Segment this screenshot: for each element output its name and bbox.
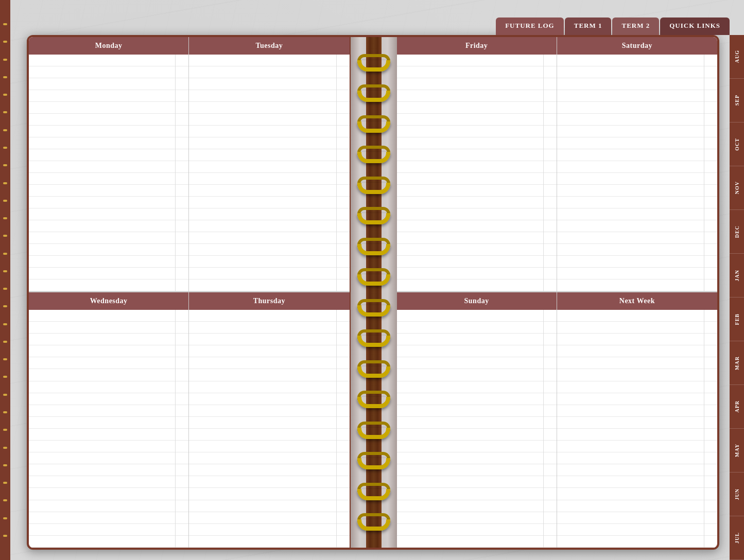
ruled-line[interactable] xyxy=(397,310,543,322)
ruled-line[interactable] xyxy=(189,393,336,405)
check-cell[interactable] xyxy=(176,369,188,381)
check-cell[interactable] xyxy=(337,452,350,464)
month-tab-feb[interactable]: FEB xyxy=(730,297,744,341)
check-cell[interactable] xyxy=(544,524,557,536)
check-cell[interactable] xyxy=(544,322,557,334)
check-cell[interactable] xyxy=(704,244,717,256)
ruled-line[interactable] xyxy=(189,279,336,291)
ruled-line[interactable] xyxy=(557,161,704,173)
check-cell[interactable] xyxy=(337,149,350,161)
check-cell[interactable] xyxy=(704,114,717,126)
ruled-line[interactable] xyxy=(397,405,543,417)
ruled-line[interactable] xyxy=(557,500,704,512)
ruled-line[interactable] xyxy=(29,417,175,429)
check-cell[interactable] xyxy=(176,66,188,78)
check-cell[interactable] xyxy=(337,66,350,78)
ruled-line[interactable] xyxy=(397,185,543,197)
check-cell[interactable] xyxy=(176,417,188,429)
check-cell[interactable] xyxy=(176,149,188,161)
month-tab-apr[interactable]: APR xyxy=(730,385,744,429)
month-tab-jun[interactable]: JUN xyxy=(730,472,744,516)
ruled-line[interactable] xyxy=(189,126,336,137)
check-cell[interactable] xyxy=(704,322,717,334)
ruled-line[interactable] xyxy=(397,488,543,500)
check-cell[interactable] xyxy=(704,464,717,476)
ruled-line[interactable] xyxy=(189,334,336,345)
ruled-line[interactable] xyxy=(557,369,704,381)
ruled-line[interactable] xyxy=(557,279,704,291)
check-cell[interactable] xyxy=(544,137,557,149)
check-cell[interactable] xyxy=(704,357,717,369)
check-cell[interactable] xyxy=(704,185,717,197)
ruled-line[interactable] xyxy=(397,441,543,452)
ruled-line[interactable] xyxy=(557,322,704,334)
ruled-line[interactable] xyxy=(397,102,543,114)
check-cell[interactable] xyxy=(176,232,188,244)
check-cell[interactable] xyxy=(176,173,188,185)
ruled-line[interactable] xyxy=(29,500,175,512)
ruled-line[interactable] xyxy=(557,429,704,441)
check-cell[interactable] xyxy=(544,78,557,90)
ruled-line[interactable] xyxy=(397,393,543,405)
check-cell[interactable] xyxy=(544,345,557,357)
check-cell[interactable] xyxy=(544,512,557,524)
check-cell[interactable] xyxy=(704,476,717,488)
ruled-line[interactable] xyxy=(557,452,704,464)
ruled-line[interactable] xyxy=(29,137,175,149)
ruled-line[interactable] xyxy=(557,149,704,161)
ruled-line[interactable] xyxy=(189,357,336,369)
check-cell[interactable] xyxy=(337,334,350,345)
ruled-line[interactable] xyxy=(557,441,704,452)
check-cell[interactable] xyxy=(337,279,350,291)
ruled-line[interactable] xyxy=(557,185,704,197)
check-cell[interactable] xyxy=(337,500,350,512)
ruled-line[interactable] xyxy=(29,310,175,322)
check-cell[interactable] xyxy=(704,279,717,291)
check-cell[interactable] xyxy=(544,393,557,405)
ruled-line[interactable] xyxy=(397,232,543,244)
check-cell[interactable] xyxy=(544,357,557,369)
check-cell[interactable] xyxy=(176,536,188,548)
check-cell[interactable] xyxy=(176,55,188,66)
check-cell[interactable] xyxy=(544,149,557,161)
check-cell[interactable] xyxy=(704,55,717,66)
ruled-line[interactable] xyxy=(189,476,336,488)
check-cell[interactable] xyxy=(337,256,350,268)
check-cell[interactable] xyxy=(337,393,350,405)
ruled-line[interactable] xyxy=(29,161,175,173)
check-cell[interactable] xyxy=(337,137,350,149)
check-cell[interactable] xyxy=(704,536,717,548)
ruled-line[interactable] xyxy=(29,197,175,208)
ruled-line[interactable] xyxy=(189,524,336,536)
ruled-line[interactable] xyxy=(189,244,336,256)
check-cell[interactable] xyxy=(704,512,717,524)
ruled-line[interactable] xyxy=(397,197,543,208)
ruled-line[interactable] xyxy=(397,476,543,488)
ruled-line[interactable] xyxy=(397,161,543,173)
check-cell[interactable] xyxy=(337,78,350,90)
ruled-line[interactable] xyxy=(557,417,704,429)
check-cell[interactable] xyxy=(544,334,557,345)
ruled-line[interactable] xyxy=(557,488,704,500)
ruled-line[interactable] xyxy=(397,381,543,393)
ruled-line[interactable] xyxy=(29,55,175,66)
check-cell[interactable] xyxy=(176,345,188,357)
ruled-line[interactable] xyxy=(189,464,336,476)
ruled-line[interactable] xyxy=(29,512,175,524)
check-cell[interactable] xyxy=(337,244,350,256)
ruled-line[interactable] xyxy=(557,173,704,185)
ruled-line[interactable] xyxy=(29,232,175,244)
ruled-line[interactable] xyxy=(189,452,336,464)
nav-tab-future-log[interactable]: FUTURE LOG xyxy=(496,18,564,35)
ruled-line[interactable] xyxy=(397,512,543,524)
check-cell[interactable] xyxy=(176,357,188,369)
check-cell[interactable] xyxy=(544,197,557,208)
ruled-line[interactable] xyxy=(557,256,704,268)
ruled-line[interactable] xyxy=(397,536,543,548)
check-cell[interactable] xyxy=(176,393,188,405)
check-cell[interactable] xyxy=(176,310,188,322)
ruled-line[interactable] xyxy=(397,208,543,220)
check-cell[interactable] xyxy=(704,452,717,464)
check-cell[interactable] xyxy=(337,161,350,173)
ruled-line[interactable] xyxy=(557,405,704,417)
